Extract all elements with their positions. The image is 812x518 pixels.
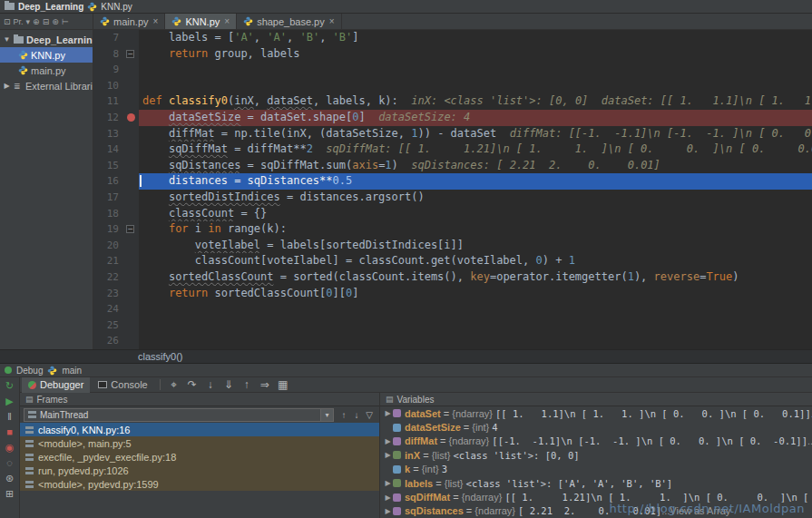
force-step-into-icon[interactable]: ⇓ [220, 377, 237, 393]
line-number[interactable]: 25 [93, 318, 124, 334]
code-line-10[interactable]: 10 [93, 78, 812, 94]
sidebar-item-knn-py[interactable]: KNN.py [0, 47, 93, 63]
editor-tab-KNN.py[interactable]: KNN.py× [165, 14, 237, 29]
pause-icon[interactable]: ‖ [4, 411, 16, 423]
step-over-icon[interactable]: ↷ [184, 377, 201, 393]
resume-icon[interactable]: ▶ [4, 396, 16, 407]
line-number[interactable]: 11 [93, 93, 124, 110]
code-line-text[interactable] [139, 62, 812, 78]
settings-gear-icon[interactable]: ⊛ [52, 17, 59, 26]
frame-row[interactable]: classify0, KNN.py:16 [20, 423, 379, 436]
line-number[interactable]: 26 [93, 333, 124, 349]
code-line-text[interactable] [139, 301, 812, 318]
fold-marker-icon[interactable]: − [126, 225, 134, 233]
code-line-22[interactable]: 22 sortedClassCount = sorted(classCount.… [93, 269, 812, 286]
code-line-text[interactable]: sortedClassCount = sorted(classCount.ite… [139, 269, 812, 286]
line-number[interactable]: 15 [93, 158, 124, 174]
code-line-text[interactable]: for i in range(k): [139, 221, 812, 238]
frame-row[interactable]: <module>, main.py:5 [20, 436, 379, 450]
code-line-text[interactable]: def classify0(inX, dataSet, labels, k): … [139, 93, 812, 110]
code-line-15[interactable]: 15 sqDistances = sqDiffMat.sum(axis=1) s… [93, 158, 812, 174]
next-frame-icon[interactable]: ↓ [350, 410, 363, 420]
sidebar-item-external-libraries[interactable]: ▶≣External Libraries [0, 78, 93, 93]
breakpoint-icon[interactable] [127, 113, 135, 122]
hide-panel-icon[interactable]: ⊢ [62, 17, 69, 26]
code-line-text[interactable]: labels = ['A', 'A', 'B', 'B'] [139, 30, 812, 46]
code-line-text[interactable] [139, 318, 812, 334]
frame-row[interactable]: execfile, _pydev_execfile.py:18 [20, 450, 379, 464]
line-number[interactable]: 23 [93, 286, 124, 302]
expand-arrow-icon[interactable]: ▶ [383, 479, 393, 487]
project-view-icon[interactable]: ⊡ [4, 17, 11, 26]
thread-selector[interactable]: MainThread ▾ [24, 408, 334, 422]
code-line-19[interactable]: 19− for i in range(k): [93, 221, 812, 238]
chevron-expanded-icon[interactable]: ▼ [3, 35, 11, 44]
line-number[interactable]: 22 [93, 269, 124, 286]
close-icon[interactable]: × [329, 16, 335, 26]
step-out-icon[interactable]: ↑ [239, 377, 255, 393]
previous-frame-icon[interactable]: ↑ [338, 410, 350, 420]
code-line-text[interactable]: diffMat = np.tile(inX, (dataSetSize, 1))… [139, 126, 812, 142]
tab-debugger[interactable]: Debugger [22, 377, 90, 393]
line-number[interactable]: 16 [93, 173, 124, 190]
filter-frames-icon[interactable]: ▽ [363, 410, 376, 420]
code-line-18[interactable]: 18 classCount = {} [93, 206, 812, 222]
code-line-8[interactable]: 8− return group, labels [93, 46, 812, 63]
code-line-text[interactable] [139, 78, 812, 94]
sidebar-item-main-py[interactable]: main.py [0, 63, 93, 78]
breadcrumb-method[interactable]: classify0() [138, 351, 183, 362]
code-line-13[interactable]: 13 diffMat = np.tile(inX, (dataSetSize, … [93, 126, 812, 142]
project-tree-root[interactable]: ▼Deep_LearningE:\ [0, 32, 93, 47]
view-as-array-link[interactable]: ...View as Array [807, 435, 812, 446]
code-line-16[interactable]: 16 distances = sqDistances**0.5 [93, 173, 812, 190]
editor-tab-shape_base.py[interactable]: shape_base.py× [237, 14, 341, 29]
expand-arrow-icon[interactable]: ▶ [383, 507, 393, 515]
close-icon[interactable]: × [153, 16, 159, 26]
step-into-icon[interactable]: ↓ [202, 377, 219, 393]
line-number[interactable]: 17 [93, 190, 124, 206]
code-line-text[interactable]: sortedDistIndices = distances.argsort() [139, 190, 812, 206]
tab-console[interactable]: Console [92, 377, 153, 393]
variable-row[interactable]: ▶labels = {list} <class 'list'>: ['A', '… [380, 476, 812, 490]
stop-icon[interactable]: ■ [4, 426, 16, 438]
line-number[interactable]: 14 [93, 142, 124, 158]
code-line-24[interactable]: 24 [93, 301, 812, 318]
line-number[interactable]: 21 [93, 253, 124, 269]
code-line-11[interactable]: 11def classify0(inX, dataSet, labels, k)… [93, 93, 812, 110]
editor-tab-main.py[interactable]: main.py× [93, 14, 165, 29]
line-number[interactable]: 19 [93, 221, 124, 238]
code-line-21[interactable]: 21 classCount[voteIlabel] = classCount.g… [93, 253, 812, 269]
evaluate-expression-icon[interactable]: ▦ [275, 377, 291, 393]
chevron-down-icon[interactable]: ▾ [26, 17, 31, 26]
code-line-text[interactable]: distances = sqDistances**0.5 [139, 173, 812, 190]
variable-row[interactable]: dataSetSize = {int} 4 [380, 420, 812, 434]
frame-row[interactable]: run, pydevd.py:1026 [20, 464, 379, 477]
code-line-text[interactable]: voteIlabel = labels[sortedDistIndices[i]… [139, 238, 812, 254]
code-line-23[interactable]: 23 return sortedClassCount[0][0] [93, 286, 812, 302]
code-area[interactable]: 7 labels = ['A', 'A', 'B', 'B']8− return… [93, 30, 812, 349]
line-number[interactable]: 7 [93, 30, 124, 46]
variable-row[interactable]: ▶dataSet = {ndarray} [[ 1. 1.1]\n [ 1. 1… [380, 406, 812, 420]
code-line-7[interactable]: 7 labels = ['A', 'A', 'B', 'B'] [93, 30, 812, 46]
expand-arrow-icon[interactable]: ▶ [383, 437, 393, 445]
expand-arrow-icon[interactable]: ▶ [383, 494, 393, 502]
code-line-9[interactable]: 9 [93, 62, 812, 78]
collapse-all-icon[interactable]: ⊟ [43, 17, 50, 26]
code-line-12[interactable]: 12 dataSetSize = dataSet.shape[0] dataSe… [93, 110, 812, 126]
locate-file-icon[interactable]: ⊕ [33, 17, 40, 26]
code-line-text[interactable]: sqDiffMat = diffMat**2 sqDiffMat: [[ 1. … [139, 142, 812, 158]
line-number[interactable]: 12 [93, 110, 124, 126]
fold-marker-icon[interactable]: − [126, 50, 134, 58]
expand-arrow-icon[interactable]: ▶ [383, 409, 393, 417]
variable-row[interactable]: ▶inX = {list} <class 'list'>: [0, 0] [380, 448, 812, 462]
code-line-text[interactable]: classCount[voteIlabel] = classCount.get(… [139, 253, 812, 269]
frame-row[interactable]: <module>, pydevd.py:1599 [20, 477, 379, 491]
view-breakpoints-icon[interactable]: ◉ [4, 442, 16, 454]
line-number[interactable]: 13 [93, 126, 124, 142]
line-number[interactable]: 10 [93, 78, 124, 94]
variable-row[interactable]: k = {int} 3 [380, 463, 812, 476]
line-number[interactable]: 18 [93, 206, 124, 222]
code-line-text[interactable]: return sortedClassCount[0][0] [139, 286, 812, 302]
line-number[interactable]: 20 [93, 238, 124, 254]
code-line-text[interactable]: classCount = {} [139, 206, 812, 222]
